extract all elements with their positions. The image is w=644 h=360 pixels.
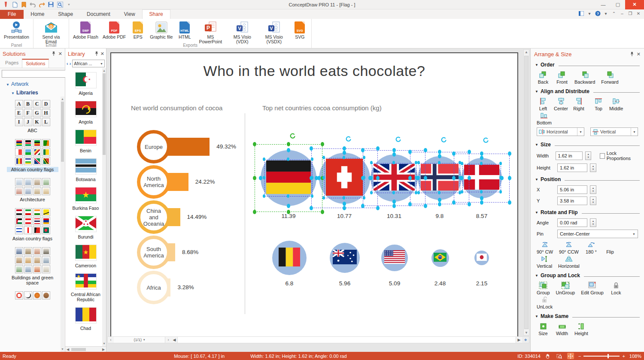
ribbon-tab-view[interactable]: View xyxy=(117,10,142,19)
panel-layout-icon[interactable] xyxy=(578,10,584,16)
align-top-button[interactable]: Top xyxy=(592,97,605,111)
tree-node-libraries[interactable]: ▼Libraries xyxy=(0,88,65,97)
library-dropdown[interactable]: African ...▼ xyxy=(72,60,105,67)
arrange-button-width[interactable]: Width xyxy=(556,322,568,336)
save-icon[interactable] xyxy=(48,1,54,8)
library-shape-botswana[interactable]: Botswana xyxy=(65,159,106,182)
bar-shape[interactable] xyxy=(168,138,210,156)
library-scrollbar[interactable]: ▲▼ xyxy=(102,68,106,346)
undo-icon[interactable] xyxy=(30,1,36,8)
category-circle[interactable]: ChinaandOceania xyxy=(137,200,170,234)
pin-icon[interactable] xyxy=(52,51,56,57)
solutions-item-architecture[interactable]: Architecture xyxy=(7,178,58,202)
arrange-button-backward[interactable]: Backward xyxy=(574,70,595,85)
rotation-handle-icon[interactable] xyxy=(345,136,351,144)
prev-page-icon[interactable]: ‹ xyxy=(108,338,114,342)
arrange-button-vertical[interactable]: Vertical xyxy=(537,254,552,269)
align-right-button[interactable]: Right xyxy=(572,97,585,111)
rotation-handle-icon[interactable] xyxy=(289,133,295,141)
library-shape-chad[interactable]: Chad xyxy=(65,308,106,331)
angle-field[interactable]: 0.00 rad xyxy=(557,218,587,227)
library-shape-cameroon[interactable]: Cameroon xyxy=(65,245,106,268)
mdi-restore-icon[interactable]: ❐ xyxy=(627,10,633,16)
lock-proportions-checkbox[interactable]: Lock Proportions xyxy=(600,151,638,161)
tree-node-artwork[interactable]: ▼Artwork xyxy=(0,79,65,88)
ribbon-button-html[interactable]: HTMLHTML xyxy=(175,20,194,45)
ribbon-tab-file[interactable]: File xyxy=(0,10,24,19)
panel-dropdown-icon[interactable]: ▾ xyxy=(586,10,592,16)
library-shape-benin[interactable]: Benin xyxy=(65,130,106,153)
solutions-tab-pages[interactable]: Pages xyxy=(2,59,22,68)
arrange-button-90-cw[interactable]: 90° CW xyxy=(537,240,553,254)
arrange-button-180-[interactable]: 180 ° xyxy=(585,240,598,254)
section-header[interactable]: ▼Group and Lock xyxy=(535,272,640,278)
category-circle[interactable]: NorthAmerica xyxy=(137,165,170,199)
minimize-button[interactable]: — xyxy=(596,0,611,9)
solutions-scrollbar[interactable]: ▲▼ xyxy=(61,97,64,352)
solutions-item-african-country-flags[interactable]: African country flags xyxy=(7,139,58,172)
section-header[interactable]: ▼Position xyxy=(535,176,640,182)
pin-icon[interactable] xyxy=(630,51,634,57)
align-left-button[interactable]: Left xyxy=(537,97,550,111)
ribbon-button-send-via-email[interactable]: @Send via Email xyxy=(35,20,67,45)
x-field[interactable]: 5.06 in xyxy=(557,185,587,194)
library-shape-burundi[interactable]: Burundi xyxy=(65,216,106,239)
pan-corner-icon[interactable]: ❖ xyxy=(522,337,529,343)
ribbon-tab-document[interactable]: Document xyxy=(80,10,117,19)
canvas-area[interactable]: Who in the world eats chocolate? Net wor… xyxy=(106,48,530,352)
ribbon-button-presentation[interactable]: Presentation xyxy=(2,20,31,42)
close-panel-icon[interactable]: ✕ xyxy=(637,51,641,57)
mdi-close-icon[interactable]: ✕ xyxy=(635,10,641,16)
be-flag-icon[interactable] xyxy=(279,248,300,268)
section-header[interactable]: ▼Align and Distribute xyxy=(535,88,640,94)
canvas-horizontal-scrollbar[interactable] xyxy=(177,337,516,343)
width-field[interactable]: 1.62 in xyxy=(556,151,583,160)
app-logo-icon[interactable] xyxy=(3,1,9,8)
arrange-button-edit-group[interactable]: Edit Group xyxy=(581,281,604,295)
category-circle[interactable]: SouthAmerica xyxy=(137,236,170,269)
left-chart-subtitle[interactable]: Net world consumption of cocoa xyxy=(131,104,222,112)
arrange-button-size[interactable]: Size xyxy=(537,322,550,336)
pin-dropdown[interactable]: Center-Center▼ xyxy=(557,230,638,238)
library-hscrollbar[interactable]: ◀▶ xyxy=(65,346,106,352)
de-flag-icon[interactable] xyxy=(266,160,311,196)
arrange-button-ungroup[interactable]: UnGroup xyxy=(556,281,575,295)
arrange-button-forward[interactable]: Forward xyxy=(601,70,618,85)
angle-spinner[interactable]: ▲▼ xyxy=(590,218,596,227)
align-middle-button[interactable]: Middle xyxy=(609,97,623,111)
ribbon-button-adobe-flash[interactable]: SWFAdobe Flash xyxy=(71,20,100,45)
library-shape-central-african-republic[interactable]: Central African Republic xyxy=(65,274,106,302)
arrange-button-back[interactable]: Back xyxy=(537,70,550,85)
help-icon[interactable]: ? xyxy=(595,10,601,16)
y-spinner[interactable]: ▲▼ xyxy=(590,197,596,205)
ribbon-button-svg[interactable]: SVGSVG xyxy=(290,20,310,45)
us-flag-icon[interactable] xyxy=(384,250,405,266)
solutions-item-asian-country-flags[interactable]: Asian country flags xyxy=(7,208,58,241)
solutions-item-buildings-and-green-space[interactable]: Buildings and green space xyxy=(7,247,58,285)
right-chart-subtitle[interactable]: Top net countries cocoa consumption (kg) xyxy=(262,104,382,112)
width-spinner[interactable]: ▲▼ xyxy=(585,151,591,160)
zoom-in-icon[interactable]: + xyxy=(622,354,625,359)
canvas-vertical-scrollbar[interactable]: ▲▼ xyxy=(523,49,529,336)
document-page[interactable]: Who in the world eats chocolate? Net wor… xyxy=(110,52,518,339)
ribbon-tab-share[interactable]: Share xyxy=(142,9,170,19)
solutions-tab-solutions[interactable]: Solutions xyxy=(22,59,49,68)
x-spinner[interactable]: ▲▼ xyxy=(590,185,596,194)
hand-tool-icon[interactable] xyxy=(545,353,552,359)
help-dropdown-icon[interactable]: ▾ xyxy=(603,10,609,16)
category-circle[interactable]: Africa xyxy=(137,271,170,304)
mdi-minimize-icon[interactable]: – xyxy=(619,10,625,16)
ribbon-button-ms-powerpoint[interactable]: PMS PowerPoint xyxy=(194,20,226,45)
close-panel-icon[interactable]: ✕ xyxy=(100,51,104,57)
library-shape-algeria[interactable]: Algeria xyxy=(65,73,106,96)
height-field[interactable]: 1.62 in xyxy=(557,163,587,172)
br-flag-icon[interactable] xyxy=(434,253,447,263)
align-center-button[interactable]: Center xyxy=(554,97,568,111)
library-shape-angola[interactable]: Angola xyxy=(65,101,106,124)
preview-icon[interactable] xyxy=(57,1,63,8)
category-circle[interactable]: Europe xyxy=(137,130,170,163)
pin-icon[interactable] xyxy=(94,51,99,57)
close-panel-icon[interactable]: ✕ xyxy=(58,51,62,57)
arrange-button-flip[interactable]: Flip xyxy=(604,240,617,254)
hscroll-left-icon[interactable]: ◀ xyxy=(171,338,177,342)
